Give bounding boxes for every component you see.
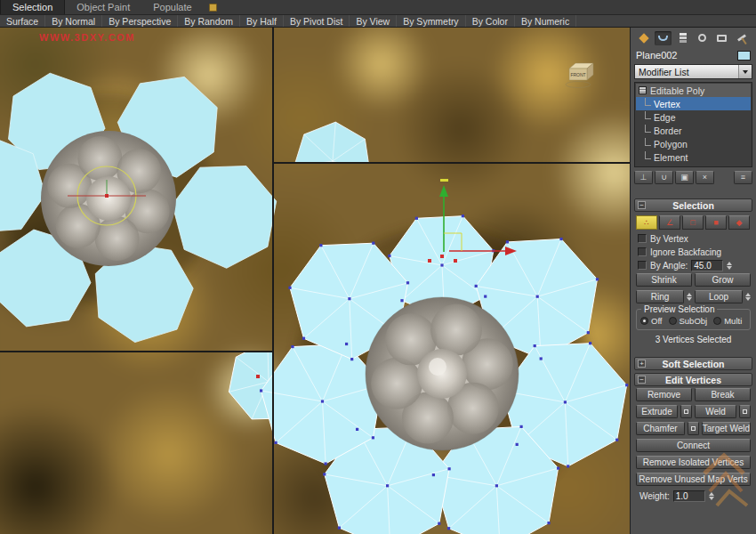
selected-vertex-dot[interactable] xyxy=(428,259,431,263)
create-tab-icon[interactable] xyxy=(635,31,652,45)
vertex-dot[interactable] xyxy=(516,443,519,446)
vertex-dot[interactable] xyxy=(321,400,324,402)
collapse-icon[interactable]: − xyxy=(638,201,646,209)
modifier-list-arrow-button[interactable] xyxy=(738,65,752,78)
viewcube[interactable]: FRONT xyxy=(566,63,593,88)
vertex-dot[interactable] xyxy=(260,389,262,392)
vertex-dot[interactable] xyxy=(372,436,374,439)
selected-vertex-dot[interactable] xyxy=(105,194,109,198)
vertex-dot[interactable] xyxy=(323,473,326,475)
loop-spinner[interactable] xyxy=(745,293,751,301)
pin-stack-button[interactable]: ⊥ xyxy=(634,171,653,184)
stack-item-polygon[interactable]: Polygon xyxy=(636,137,751,150)
tool-by-color[interactable]: By Color xyxy=(466,15,515,27)
vertex-dot[interactable] xyxy=(484,295,487,298)
weld-settings-button[interactable] xyxy=(739,405,751,418)
remove-unused-map-verts-button[interactable]: Remove Unused Map Verts xyxy=(636,473,751,486)
break-button[interactable]: Break xyxy=(695,388,751,401)
vertex-dot[interactable] xyxy=(540,357,543,360)
by-angle-spinner[interactable] xyxy=(727,262,732,270)
weight-spinner[interactable] xyxy=(709,492,714,500)
gizmo-y-arrowhead[interactable] xyxy=(439,185,448,197)
hierarchy-tab-icon[interactable] xyxy=(674,31,691,45)
preview-multi-radio[interactable] xyxy=(713,317,721,325)
vertex-dot[interactable] xyxy=(447,527,450,530)
vertex-dot[interactable] xyxy=(291,345,294,348)
tool-by-view[interactable]: By View xyxy=(350,15,397,27)
tool-by-random[interactable]: By Random xyxy=(178,15,240,27)
stack-item-editable-poly[interactable]: Editable Poly xyxy=(636,84,751,97)
vertex-dot[interactable] xyxy=(288,287,291,289)
vertex-dot[interactable] xyxy=(475,285,478,287)
loop-button[interactable]: Loop xyxy=(695,290,743,303)
tool-by-numeric[interactable]: By Numeric xyxy=(515,15,576,27)
vertex-dot[interactable] xyxy=(356,428,358,431)
vertex-dot[interactable] xyxy=(587,331,590,334)
vertex-dot[interactable] xyxy=(338,527,341,530)
vertex-dot[interactable] xyxy=(388,255,390,257)
ignore-backfacing-checkbox[interactable] xyxy=(638,247,647,256)
vertex-dot[interactable] xyxy=(302,337,305,340)
stack-item-border[interactable]: Border xyxy=(636,124,751,137)
preview-off-radio[interactable] xyxy=(640,317,648,325)
stack-item-element[interactable]: Element xyxy=(636,150,751,164)
stack-item-edge[interactable]: Edge xyxy=(636,110,751,124)
vertex-dot[interactable] xyxy=(495,484,498,487)
edge-mode-button[interactable]: ∠ xyxy=(659,215,680,230)
extrude-button[interactable]: Extrude xyxy=(636,405,678,418)
vertex-mode-button[interactable]: ∴ xyxy=(636,215,657,230)
vertex-dot[interactable] xyxy=(534,344,536,347)
vertex-dot[interactable] xyxy=(564,400,567,403)
show-end-result-button[interactable]: ∪ xyxy=(655,171,673,184)
vertex-dot[interactable] xyxy=(625,384,628,386)
viewport-canvas[interactable]: WWW.3DXY.COM FRONT xyxy=(0,28,630,534)
tool-by-half[interactable]: By Half xyxy=(240,15,284,27)
vertex-dot[interactable] xyxy=(589,342,591,344)
vertex-dot[interactable] xyxy=(386,484,389,487)
ribbon-tab-object-paint[interactable]: Object Paint xyxy=(65,0,141,14)
by-angle-field[interactable] xyxy=(691,260,723,271)
collapse-icon[interactable]: − xyxy=(638,376,646,384)
object-name-field[interactable]: Plane002 xyxy=(636,50,737,61)
weld-button[interactable]: Weld xyxy=(695,405,736,418)
by-angle-checkbox[interactable] xyxy=(638,261,647,270)
tool-by-perspective[interactable]: By Perspective xyxy=(102,15,178,27)
border-mode-button[interactable]: □ xyxy=(682,215,704,230)
shrink-button[interactable]: Shrink xyxy=(636,273,692,287)
vertex-dot[interactable] xyxy=(372,242,374,245)
remove-modifier-button[interactable]: × xyxy=(696,171,714,184)
selected-vertex-dot[interactable] xyxy=(454,259,457,263)
utilities-tab-icon[interactable] xyxy=(733,31,750,45)
by-vertex-checkbox[interactable] xyxy=(638,234,647,243)
tool-surface[interactable]: Surface xyxy=(0,15,45,27)
vertex-dot[interactable] xyxy=(325,462,327,465)
configure-modifier-sets-button[interactable]: ≡ xyxy=(734,171,752,184)
vertex-dot[interactable] xyxy=(348,297,350,300)
vertex-dot[interactable] xyxy=(350,358,353,360)
vertex-dot[interactable] xyxy=(448,467,451,470)
selection-rollout-header[interactable]: − Selection xyxy=(634,198,752,212)
vertex-dot[interactable] xyxy=(547,522,550,524)
vertex-dot[interactable] xyxy=(557,467,559,470)
motion-tab-icon[interactable] xyxy=(694,31,711,45)
target-weld-button[interactable]: Target Weld xyxy=(702,422,751,435)
remove-button[interactable]: Remove xyxy=(636,388,692,401)
expand-icon[interactable]: + xyxy=(638,360,646,368)
selected-vertex-dot[interactable] xyxy=(440,255,444,258)
stack-item-vertex[interactable]: Vertex xyxy=(636,97,751,110)
ring-spinner[interactable] xyxy=(687,293,692,301)
vertex-dot[interactable] xyxy=(596,278,599,280)
vertex-dot[interactable] xyxy=(559,238,562,240)
vertex-dot[interactable] xyxy=(438,522,440,525)
modify-tab-icon[interactable] xyxy=(655,31,672,45)
ring-button[interactable]: Ring xyxy=(636,290,684,303)
vertex-dot[interactable] xyxy=(520,425,523,428)
tool-by-normal[interactable]: By Normal xyxy=(45,15,102,27)
soft-selection-rollout-header[interactable]: + Soft Selection xyxy=(634,357,752,370)
vertex-dot[interactable] xyxy=(567,465,569,467)
make-unique-button[interactable]: ▣ xyxy=(675,171,694,184)
selected-vertex-dot[interactable] xyxy=(256,375,260,378)
remove-isolated-vertices-button[interactable]: Remove Isolated Vertices xyxy=(636,456,751,469)
weight-field[interactable] xyxy=(673,490,705,502)
vertex-dot[interactable] xyxy=(406,281,409,284)
